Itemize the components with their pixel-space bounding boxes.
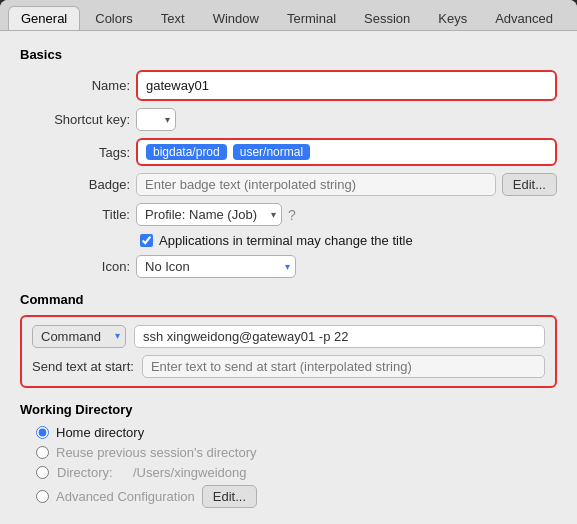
advanced-config-row: Advanced Configuration Edit... bbox=[20, 485, 557, 508]
icon-label: Icon: bbox=[20, 259, 130, 274]
directory-row: Directory: /Users/xingweidong bbox=[20, 465, 557, 480]
tab-advanced[interactable]: Advanced bbox=[482, 6, 566, 30]
command-text-input[interactable] bbox=[134, 325, 545, 348]
basics-header: Basics bbox=[20, 47, 557, 62]
advanced-config-radio[interactable] bbox=[36, 490, 49, 503]
title-checkbox-row: Applications in terminal may change the … bbox=[20, 233, 557, 248]
send-text-label: Send text at start: bbox=[32, 359, 134, 374]
shortcut-select-wrap: ▾ bbox=[136, 108, 176, 131]
shortcut-label: Shortcut key: bbox=[20, 112, 130, 127]
name-input[interactable] bbox=[146, 78, 547, 93]
reuse-session-radio[interactable] bbox=[36, 446, 49, 459]
badge-label: Badge: bbox=[20, 177, 130, 192]
icon-select[interactable]: No Icon bbox=[136, 255, 296, 278]
tab-text[interactable]: Text bbox=[148, 6, 198, 30]
directory-radio[interactable] bbox=[36, 466, 49, 479]
shortcut-row: Shortcut key: ▾ bbox=[20, 108, 557, 131]
send-text-row: Send text at start: bbox=[32, 355, 545, 378]
command-type-select[interactable]: Command bbox=[32, 325, 126, 348]
title-row: Title: Profile: Name (Job) ▾ ? bbox=[20, 203, 557, 226]
tag-bigdata[interactable]: bigdata/prod bbox=[146, 144, 227, 160]
badge-edit-button[interactable]: Edit... bbox=[502, 173, 557, 196]
command-section-box: Command ▾ Send text at start: bbox=[20, 315, 557, 388]
tab-bar: General Colors Text Window Terminal Sess… bbox=[0, 0, 577, 31]
icon-row: Icon: No Icon ▾ bbox=[20, 255, 557, 278]
reuse-session-row: Reuse previous session's directory bbox=[20, 445, 557, 460]
tab-session[interactable]: Session bbox=[351, 6, 423, 30]
tab-window[interactable]: Window bbox=[200, 6, 272, 30]
home-dir-radio[interactable] bbox=[36, 426, 49, 439]
icon-select-wrap: No Icon ▾ bbox=[136, 255, 296, 278]
name-row: Name: bbox=[20, 70, 557, 101]
title-select[interactable]: Profile: Name (Job) bbox=[136, 203, 282, 226]
tags-row: Tags: bigdata/prod user/normal bbox=[20, 138, 557, 166]
working-dir-header: Working Directory bbox=[20, 402, 557, 417]
title-label: Title: bbox=[20, 207, 130, 222]
directory-label: Directory: bbox=[57, 465, 127, 480]
home-dir-row: Home directory bbox=[20, 425, 557, 440]
reuse-session-label: Reuse previous session's directory bbox=[56, 445, 256, 460]
command-input-row: Command ▾ bbox=[32, 325, 545, 348]
home-dir-label: Home directory bbox=[56, 425, 144, 440]
tab-terminal[interactable]: Terminal bbox=[274, 6, 349, 30]
badge-input[interactable] bbox=[136, 173, 496, 196]
name-input-box bbox=[136, 70, 557, 101]
content-area: Basics Name: Shortcut key: ▾ Tags: bigda… bbox=[0, 31, 577, 524]
title-select-wrap: Profile: Name (Job) ▾ ? bbox=[136, 203, 296, 226]
tab-general[interactable]: General bbox=[8, 6, 80, 30]
shortcut-select[interactable] bbox=[136, 108, 176, 131]
tags-label: Tags: bbox=[20, 145, 130, 160]
tab-colors[interactable]: Colors bbox=[82, 6, 146, 30]
settings-window: General Colors Text Window Terminal Sess… bbox=[0, 0, 577, 524]
name-label: Name: bbox=[20, 78, 130, 93]
command-type-wrap: Command ▾ bbox=[32, 325, 126, 348]
badge-row: Badge: Edit... bbox=[20, 173, 557, 196]
title-checkbox[interactable] bbox=[140, 234, 153, 247]
send-text-input[interactable] bbox=[142, 355, 545, 378]
tag-user[interactable]: user/normal bbox=[233, 144, 310, 160]
tags-box[interactable]: bigdata/prod user/normal bbox=[136, 138, 557, 166]
command-header: Command bbox=[20, 292, 557, 307]
title-help-icon[interactable]: ? bbox=[288, 207, 296, 223]
tab-keys[interactable]: Keys bbox=[425, 6, 480, 30]
advanced-config-label: Advanced Configuration bbox=[56, 489, 195, 504]
advanced-config-edit-button[interactable]: Edit... bbox=[202, 485, 257, 508]
title-checkbox-label: Applications in terminal may change the … bbox=[159, 233, 413, 248]
directory-path: /Users/xingweidong bbox=[133, 465, 246, 480]
